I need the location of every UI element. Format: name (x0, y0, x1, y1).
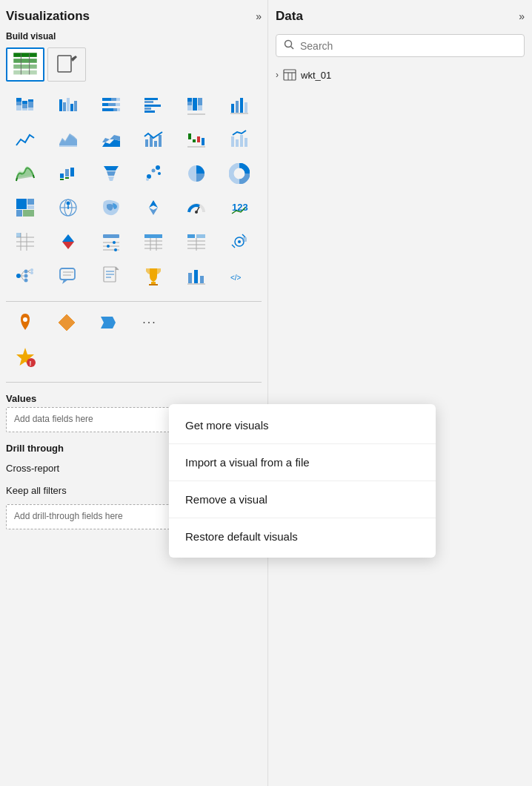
stacked-bar-icon[interactable] (6, 89, 44, 122)
svg-rect-117 (187, 234, 195, 238)
svg-rect-35 (144, 110, 155, 113)
chevron-right-icon[interactable] (89, 306, 127, 339)
treemap-icon[interactable] (6, 191, 44, 224)
svg-line-126 (232, 245, 235, 248)
svg-line-125 (242, 234, 245, 237)
clustered-bar-icon[interactable] (49, 89, 87, 122)
search-input[interactable] (300, 40, 516, 52)
import-visual-item[interactable]: Import a visual from a file (169, 446, 436, 479)
visualizations-panel: Visualizations » Build visual (0, 0, 268, 786)
clustered-bar-h-icon[interactable] (134, 89, 173, 122)
svg-rect-67 (65, 169, 69, 176)
scatter-plot-icon[interactable] (134, 157, 173, 190)
svg-rect-152 (194, 270, 198, 283)
stacked-area-icon[interactable] (92, 123, 130, 156)
svg-rect-164 (284, 70, 296, 80)
100pct-stacked-bar-icon[interactable] (177, 89, 216, 122)
sort-icon[interactable] (49, 225, 87, 258)
svg-rect-8 (16, 98, 21, 102)
navigator-icon[interactable] (134, 191, 173, 224)
svg-rect-44 (231, 104, 234, 113)
more-visuals-icon[interactable]: ··· (130, 306, 169, 339)
svg-rect-65 (245, 138, 247, 147)
svg-rect-56 (159, 135, 162, 147)
table-icon[interactable] (134, 225, 173, 258)
svg-rect-149 (151, 282, 156, 284)
slicer-icon[interactable] (92, 225, 130, 258)
svg-rect-22 (102, 98, 111, 101)
trophy-icon[interactable] (134, 260, 173, 292)
svg-rect-27 (116, 103, 120, 106)
svg-rect-83 (27, 205, 34, 209)
column-chart2-icon[interactable] (177, 260, 216, 292)
extra-visuals-row: ··· (6, 306, 262, 339)
speech-bubble-icon[interactable] (49, 260, 87, 292)
keep-filters-label: Keep all filters (6, 485, 67, 496)
kpi-icon[interactable]: 123 (220, 191, 259, 224)
svg-point-108 (113, 241, 116, 244)
svg-rect-25 (102, 103, 108, 106)
menu-divider-1 (169, 443, 436, 444)
visualization-icon-grid: 123 (6, 89, 262, 292)
svg-line-136 (28, 271, 31, 273)
svg-marker-91 (149, 200, 158, 208)
data-expand-icon[interactable]: » (519, 10, 525, 22)
map-icon[interactable] (49, 191, 87, 224)
pie-chart-icon[interactable] (177, 157, 216, 190)
smart-narrative-icon[interactable] (220, 225, 259, 258)
matrix-table-icon[interactable] (177, 225, 216, 258)
diamond-icon[interactable] (47, 306, 86, 339)
svg-rect-3 (13, 70, 37, 75)
svg-rect-59 (197, 136, 200, 142)
svg-point-128 (16, 274, 21, 278)
restore-visuals-item[interactable]: Restore default visuals (169, 520, 436, 553)
svg-rect-36 (187, 98, 192, 102)
data-panel-header: Data » (276, 9, 525, 24)
matrix-icon[interactable] (6, 225, 44, 258)
star-visual-icon[interactable]: ! (6, 342, 44, 374)
funnel-chart-icon[interactable] (92, 157, 130, 190)
remove-visual-item[interactable]: Remove a visual (169, 483, 436, 516)
search-box[interactable] (276, 34, 525, 57)
svg-rect-16 (28, 108, 33, 110)
paginated-report-icon[interactable] (92, 260, 130, 292)
gauge-icon[interactable] (177, 191, 216, 224)
svg-rect-17 (59, 99, 62, 111)
line-chart-icon[interactable] (6, 123, 44, 156)
bar-chart-icon[interactable] (220, 89, 259, 122)
line-stacked-icon[interactable] (134, 123, 173, 156)
svg-text:123: 123 (232, 202, 248, 213)
svg-rect-21 (74, 101, 77, 111)
donut-chart-icon[interactable] (220, 157, 259, 190)
svg-rect-38 (187, 105, 192, 110)
svg-point-134 (24, 279, 28, 283)
ribbon-chart-icon[interactable] (6, 157, 44, 190)
table-grid-icon (283, 69, 296, 81)
map-pin-icon[interactable] (6, 306, 44, 339)
svg-rect-42 (198, 105, 202, 110)
values-label: Values (6, 393, 262, 404)
stacked-bar-h-icon[interactable] (92, 89, 130, 122)
decomp-tree-icon[interactable] (6, 260, 44, 292)
get-more-visuals-item[interactable]: Get more visuals (169, 409, 436, 442)
pen-visual-btn[interactable] (47, 47, 86, 82)
svg-rect-111 (144, 234, 162, 238)
svg-point-137 (30, 268, 33, 271)
html-icon[interactable]: </> (220, 260, 259, 292)
svg-point-138 (30, 271, 33, 274)
scatter-chart-icon[interactable] (49, 157, 87, 190)
area-chart-icon[interactable] (49, 123, 87, 156)
svg-point-162 (285, 41, 292, 47)
svg-marker-103 (62, 242, 74, 249)
svg-point-89 (66, 202, 70, 205)
svg-rect-34 (144, 108, 151, 110)
viz-expand-icon[interactable]: » (256, 10, 262, 22)
combo-chart-icon[interactable] (220, 123, 259, 156)
filled-map-icon[interactable] (92, 191, 130, 224)
svg-rect-23 (111, 98, 116, 101)
table-visual-btn[interactable] (6, 47, 44, 82)
data-table-item[interactable]: › wkt_01 (276, 66, 525, 84)
visual-type-selector (6, 47, 262, 82)
svg-rect-46 (240, 98, 243, 113)
waterfall-icon[interactable] (177, 123, 216, 156)
